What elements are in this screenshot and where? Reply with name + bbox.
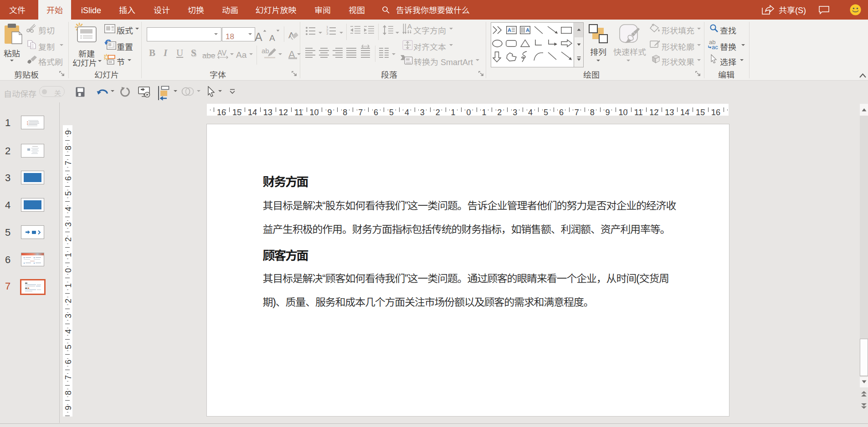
svg-text:A: A (526, 27, 529, 33)
svg-text:ac: ac (712, 44, 718, 50)
svg-text:A: A (407, 24, 412, 30)
svg-text:A: A (508, 27, 511, 33)
